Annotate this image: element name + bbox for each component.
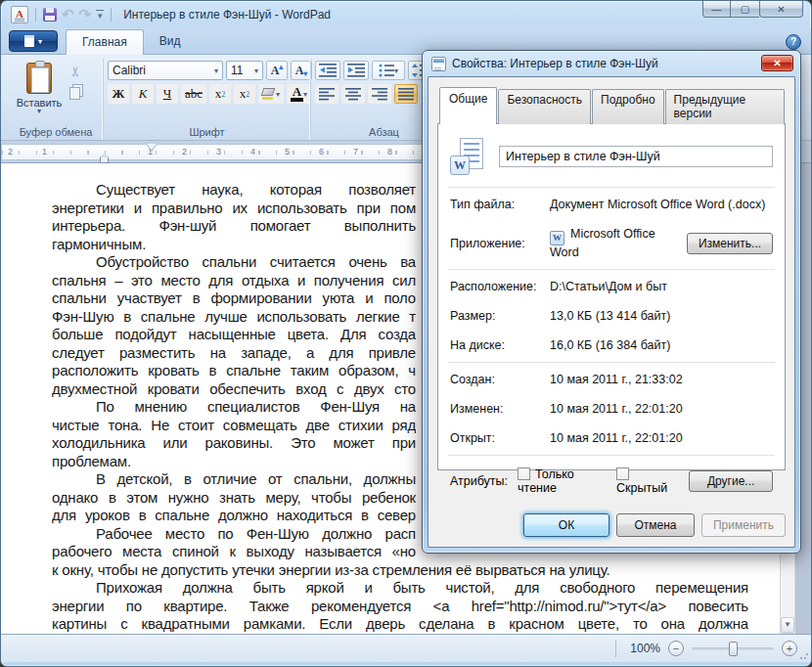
dialog-close-button[interactable]: ✕	[761, 55, 793, 71]
font-color-icon: A	[291, 86, 303, 102]
ok-button[interactable]: ОК	[523, 513, 609, 537]
document-line: для уроков в спальне должно находиться в…	[52, 507, 416, 525]
superscript-button[interactable]: x2	[234, 84, 255, 104]
title-bar: ↶ ↷ ▾ Интерьер в стиле Фэн-Шуй - WordPad…	[1, 1, 811, 28]
hidden-checkbox[interactable]	[616, 467, 629, 480]
size-on-disk-label: На диске:	[450, 338, 550, 352]
document-line: гармоничным.	[52, 236, 416, 254]
size-on-disk-row: На диске: 16,0 КБ (16 384 байт)	[450, 331, 773, 360]
justify-button[interactable]	[394, 84, 418, 104]
document-line: спальни участвует в формировании уюта и …	[52, 289, 416, 308]
chevron-down-icon: ▾	[394, 67, 398, 75]
highlight-color-button[interactable]: ▾	[258, 84, 284, 104]
document-line: энергетики и правильно их использовать п…	[52, 200, 416, 218]
ruler-number: 8	[387, 147, 392, 156]
cancel-button[interactable]: Отмена	[616, 513, 695, 537]
font-color-button[interactable]: A▾	[287, 84, 311, 104]
document-line: однако в этом нужно знать меру, чтобы ре…	[52, 489, 416, 508]
subscript-mark: 2	[221, 90, 225, 99]
accessed-label: Открыт:	[450, 431, 550, 445]
left-indent-marker[interactable]	[100, 156, 109, 163]
underline-button[interactable]: Ч	[157, 84, 178, 104]
resize-grip[interactable]	[799, 650, 809, 660]
document-line: расположить кровать в спальне таким обра…	[52, 362, 416, 380]
document-line: В детской, в отличие от спальни, должны	[52, 470, 416, 489]
justify-icon	[398, 88, 414, 101]
zoom-slider-thumb[interactable]	[729, 642, 738, 656]
change-button[interactable]: Изменить...	[687, 233, 773, 254]
customize-qat-dropdown-icon[interactable]: ▾	[96, 10, 104, 20]
advanced-button[interactable]: Другие...	[689, 470, 773, 492]
hidden-option[interactable]: Скрытый	[616, 467, 675, 495]
copy-icon[interactable]	[69, 87, 80, 100]
document-line: Фэн-Шую в спальне лучше использовать лег…	[52, 308, 416, 327]
document-line: интерьера. Фэн-шуй помогает выполнить	[52, 217, 416, 236]
wordpad-window: ↶ ↷ ▾ Интерьер в стиле Фэн-Шуй - WordPad…	[0, 0, 812, 667]
increase-indent-icon	[347, 64, 365, 77]
dialog-title: Свойства: Интерьер в стиле Фэн-Шуй	[452, 57, 658, 70]
document-line: Рабочее место по Фен-Шую должно расп	[52, 525, 416, 544]
decrease-indent-button[interactable]	[315, 61, 340, 80]
tab-home[interactable]: Главная	[66, 29, 144, 55]
readonly-checkbox[interactable]	[518, 467, 530, 480]
minimize-button[interactable]: —	[702, 1, 731, 18]
opens-with-row: Приложение: WMicrosoft Office Word Измен…	[450, 219, 773, 267]
apply-button[interactable]: Применить	[701, 513, 786, 537]
decrease-indent-icon	[319, 64, 337, 77]
readonly-option[interactable]: Только чтение	[518, 467, 603, 495]
zoom-out-button[interactable]: −	[668, 641, 684, 656]
first-line-indent-marker[interactable]	[147, 144, 157, 156]
dialog-title-bar: Свойства: Интерьер в стиле Фэн-Шуй ✕	[428, 51, 795, 76]
paste-button[interactable]: Вставить ▾	[13, 61, 66, 124]
tab-previous-versions[interactable]: Предыдущие версии	[665, 89, 785, 124]
tab-general[interactable]: Общие	[439, 87, 497, 124]
modified-value: 10 мая 2011 г., 22:01:20	[550, 402, 773, 416]
dialog-body: Общие Безопасность Подробно Предыдущие в…	[428, 76, 795, 548]
accessed-row: Открыт: 10 мая 2011 г., 22:01:20	[450, 423, 773, 453]
file-type-label: Тип файла:	[450, 198, 550, 211]
italic-button[interactable]: К	[132, 84, 154, 104]
save-icon[interactable]	[43, 8, 57, 22]
maximize-button[interactable]: ▢	[731, 1, 759, 18]
shrink-font-button[interactable]: A	[291, 61, 312, 80]
filename-input[interactable]	[499, 146, 773, 167]
tab-security[interactable]: Безопасность	[498, 89, 591, 124]
list-button[interactable]: ▾	[372, 61, 405, 80]
created-value: 10 мая 2011 г., 21:33:02	[550, 373, 773, 386]
application-menu-button[interactable]: ▾	[9, 30, 58, 52]
cut-icon[interactable]: ✂	[68, 66, 82, 77]
font-family-value: Calibri	[113, 64, 210, 77]
chevron-down-icon: ▾	[276, 90, 280, 99]
size-on-disk-value: 16,0 КБ (16 384 байт)	[550, 338, 773, 352]
scroll-down-icon[interactable]: ▼	[781, 617, 794, 633]
font-color-letter: A	[293, 84, 301, 99]
font-family-combobox[interactable]: Calibri ▾	[108, 61, 223, 80]
divider	[448, 455, 775, 456]
font-size-combobox[interactable]: 11 ▾	[226, 61, 263, 80]
close-button[interactable]: ✕	[759, 1, 803, 18]
zoom-slider[interactable]	[692, 647, 774, 650]
help-icon[interactable]: ?	[786, 34, 801, 50]
file-type-value: Документ Microsoft Office Word (.docx)	[550, 198, 773, 211]
zoom-in-button[interactable]: +	[782, 641, 797, 656]
attributes-label: Атрибуты:	[450, 474, 508, 488]
align-right-button[interactable]	[368, 84, 391, 104]
redo-icon[interactable]: ↷	[79, 8, 92, 22]
undo-icon[interactable]: ↶	[62, 8, 74, 22]
file-type-row: Тип файла: Документ Microsoft Office Wor…	[450, 190, 773, 219]
align-left-button[interactable]	[315, 84, 338, 104]
location-label: Расположение:	[450, 280, 550, 293]
accessed-value: 10 мая 2011 г., 22:01:20	[550, 431, 773, 445]
align-center-button[interactable]	[341, 84, 365, 104]
ruler-number: 1	[42, 147, 47, 156]
dialog-buttons: ОК Отмена Применить	[429, 513, 786, 537]
grow-font-button[interactable]: A	[266, 61, 288, 80]
divider	[448, 362, 775, 363]
subscript-button[interactable]: x2	[209, 84, 231, 104]
bold-button[interactable]: Ж	[108, 84, 129, 104]
tab-details[interactable]: Подробно	[592, 89, 664, 124]
tab-view[interactable]: Вид	[144, 29, 197, 54]
wordpad-app-icon[interactable]	[11, 6, 28, 23]
strikethrough-button[interactable]: abc	[181, 84, 206, 104]
increase-indent-button[interactable]	[343, 61, 369, 80]
